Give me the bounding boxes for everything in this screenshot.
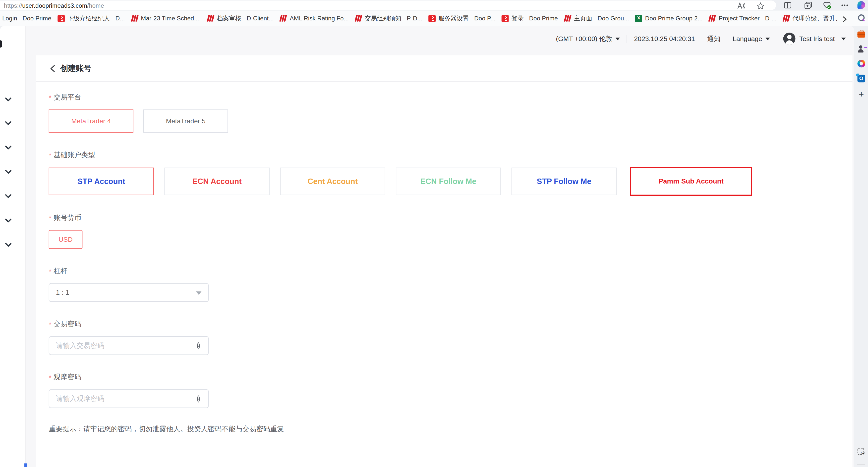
notifications-link[interactable]: 通知 (707, 34, 720, 43)
server-datetime: 2023.10.25 04:20:31 (634, 35, 695, 42)
screen: https://user.dooprimeads3.com/home Login… (0, 0, 868, 467)
account-type-option-ecn-follow-me[interactable]: ECN Follow Me (396, 168, 501, 195)
currency-option-usd[interactable]: USD (49, 230, 83, 249)
language-label: Language (733, 35, 762, 42)
url[interactable]: https://user.dooprimeads3.com/home (4, 2, 104, 9)
trade-password-input[interactable] (56, 337, 194, 354)
view-password-label: 观摩密码 (54, 373, 81, 382)
address-bar[interactable]: https://user.dooprimeads3.com/home (0, 0, 776, 10)
chevron-down-icon (196, 292, 202, 295)
docs-favicon (564, 15, 571, 22)
back-icon[interactable] (50, 64, 55, 72)
bookmark-item[interactable]: 代理分级、晋升、... (783, 14, 839, 22)
leverage-value: 1 : 1 (56, 289, 69, 296)
people-icon[interactable] (858, 45, 865, 53)
bookmark-item[interactable]: AML Risk Rating Fo... (280, 15, 349, 22)
bookmarks-overflow-icon[interactable] (842, 15, 847, 25)
app-sidebar (0, 26, 26, 467)
split-screen-icon[interactable] (784, 2, 792, 9)
microsoft365-icon[interactable] (858, 60, 865, 67)
view-password-field (49, 389, 209, 408)
docs-favicon (709, 15, 716, 22)
account-type-section: *基础账户类型 STP AccountECN AccountCent Accou… (49, 151, 852, 196)
sidebar-group-chevron-icon[interactable] (5, 118, 12, 122)
bookmark-item[interactable]: 交易组别须知 - P-D... (355, 14, 422, 22)
sidebar-group-chevron-icon[interactable] (5, 239, 12, 244)
doo-prime-favicon (502, 15, 509, 22)
chevron-down-icon (766, 37, 770, 40)
sidebar-search-icon[interactable] (858, 14, 865, 22)
platform-option-mt4[interactable]: MetaTrader 4 (49, 109, 133, 133)
bookmark-label: Project Tracker - D-... (719, 15, 776, 22)
bookmark-label: Doo Prime Group 2... (645, 15, 703, 22)
doo-prime-favicon (428, 15, 436, 22)
leverage-label: 杠杆 (54, 267, 67, 276)
sidebar-group-chevron-icon[interactable] (5, 166, 12, 171)
sidebar-group-chevron-icon[interactable] (5, 94, 12, 98)
bookmark-item[interactable]: 服务器设置 - Doo P... (428, 14, 495, 22)
read-aloud-icon[interactable] (737, 2, 745, 9)
browser-essentials-icon[interactable] (823, 2, 831, 9)
password-visibility-icon[interactable] (194, 341, 203, 349)
platform-option-mt5[interactable]: MetaTrader 5 (144, 109, 228, 133)
view-password-input[interactable] (56, 390, 194, 407)
briefcase-icon[interactable] (858, 32, 865, 38)
account-type-option-stp-follow-me[interactable]: STP Follow Me (512, 168, 617, 195)
platform-label: 交易平台 (54, 93, 81, 102)
card-title-row: 创建账号 (36, 55, 852, 82)
chevron-down-icon (616, 37, 620, 40)
bookmark-item[interactable]: 档案审核 - D-Client... (207, 14, 274, 22)
sidebar-group-chevron-icon[interactable] (5, 191, 12, 195)
favorite-star-icon[interactable] (757, 2, 765, 9)
account-type-option-ecn-account[interactable]: ECN Account (164, 168, 270, 195)
bookmark-item[interactable]: Login - Doo Prime (2, 15, 51, 22)
browser-toolbar: https://user.dooprimeads3.com/home (0, 0, 868, 11)
doo-prime-favicon (58, 15, 65, 22)
add-sidebar-item-icon[interactable]: + (858, 91, 865, 98)
outlook-icon[interactable] (858, 75, 865, 82)
timezone-selector[interactable]: (GMT +00:00) 伦敦 (556, 34, 620, 43)
bookmark-item[interactable]: Project Tracker - D-... (709, 15, 776, 22)
timezone-label: (GMT +00:00) 伦敦 (556, 34, 612, 43)
bookmark-label: AML Risk Rating Fo... (290, 15, 349, 22)
sidebar-logo-fragment (0, 40, 2, 47)
view-password-section: *观摩密码 (49, 373, 852, 408)
bookmark-label: Mar-23 Time Sched.... (141, 15, 201, 22)
bookmark-item[interactable]: 登录 - Doo Prime (502, 14, 558, 22)
docs-favicon (355, 15, 362, 22)
bookmark-label: 代理分级、晋升、... (793, 14, 839, 22)
bookmark-label: 登录 - Doo Prime (512, 14, 558, 22)
account-type-option-cent-account[interactable]: Cent Account (280, 168, 385, 195)
sidebar-group-chevron-icon[interactable] (5, 142, 12, 146)
docs-favicon (131, 15, 138, 22)
trade-password-label: 交易密码 (54, 320, 81, 329)
bookmark-item[interactable]: Mar-23 Time Sched.... (131, 15, 201, 22)
avatar[interactable] (783, 33, 796, 45)
bookmark-item[interactable]: Doo Prime Group 2... (635, 15, 703, 22)
collections-icon[interactable] (804, 2, 812, 9)
url-path: /home (87, 2, 104, 9)
copilot-icon[interactable] (858, 1, 865, 9)
password-warning-text: 重要提示：请牢记您的密码，切勿泄露他人。投资人密码不能与交易密码重复 (49, 425, 852, 434)
screenshot-snip-icon[interactable] (858, 448, 864, 455)
settings-more-icon[interactable] (841, 2, 848, 9)
language-selector[interactable]: Language (733, 35, 770, 42)
user-menu-chevron-icon[interactable] (841, 37, 846, 40)
sidebar-group-chevron-icon[interactable] (5, 215, 12, 220)
docs-favicon (280, 15, 287, 22)
bookmark-item[interactable]: 主页面 - Doo Grou... (564, 14, 629, 22)
trade-password-field (49, 336, 209, 355)
app-header: (GMT +00:00) 伦敦 2023.10.25 04:20:31 通知 L… (25, 26, 854, 52)
trade-password-section: *交易密码 (49, 320, 852, 355)
url-host: user.dooprimeads3.com (22, 2, 87, 9)
password-visibility-icon[interactable] (194, 395, 203, 403)
url-scheme: https:// (4, 2, 22, 9)
bookmark-label: 主页面 - Doo Grou... (574, 14, 629, 22)
leverage-select[interactable]: 1 : 1 (49, 283, 209, 302)
bookmark-item[interactable]: 下级介绍经纪人 - D... (58, 14, 125, 22)
account-type-option-pamm-sub-account[interactable]: Pamm Sub Account (630, 167, 752, 196)
bookmark-label: 交易组别须知 - P-D... (365, 14, 422, 22)
header-divider (627, 35, 627, 43)
bookmark-label: 服务器设置 - Doo P... (438, 14, 495, 22)
account-type-option-stp-account[interactable]: STP Account (49, 168, 154, 195)
